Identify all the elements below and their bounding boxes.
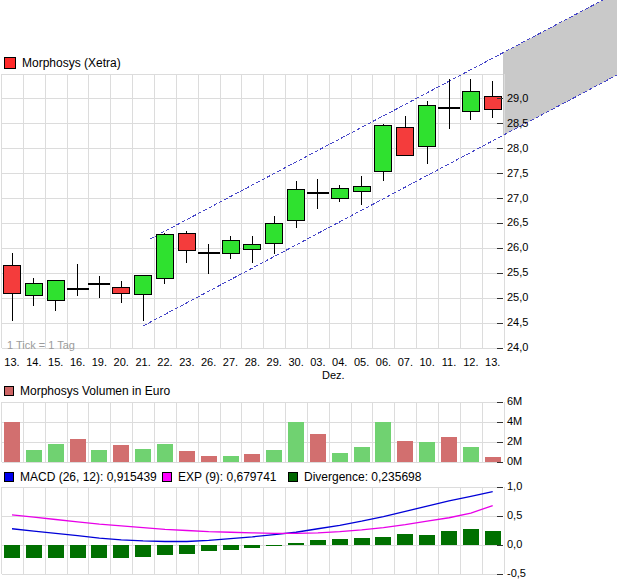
trend-channel-upper-line xyxy=(150,0,603,239)
price-axis-label: 25,5 xyxy=(507,266,528,278)
candle-body xyxy=(353,187,370,192)
volume-bar xyxy=(179,451,195,462)
doji-line xyxy=(88,283,110,285)
price-axis-label: 26,5 xyxy=(507,216,528,228)
forecast-band xyxy=(503,0,617,135)
volume-bar xyxy=(135,449,151,462)
volume-bar xyxy=(113,445,129,463)
divergence-bar xyxy=(26,545,42,558)
divergence-bar xyxy=(288,543,304,545)
candle-body xyxy=(288,190,305,221)
macd-axis-label: 0,5 xyxy=(507,509,522,521)
divergence-bar xyxy=(485,531,501,545)
price-axis-label: 26,0 xyxy=(507,241,528,253)
macd-line xyxy=(12,492,493,542)
volume-bar xyxy=(4,422,20,463)
price-axis-label: 25,0 xyxy=(507,291,528,303)
divergence-bar xyxy=(179,545,195,554)
candle-body xyxy=(331,189,348,199)
divergence-bar xyxy=(441,531,457,545)
doji-line xyxy=(198,252,220,254)
candle-body xyxy=(397,127,414,155)
divergence-legend-item: Divergence: 0,235698 xyxy=(288,470,421,484)
price-axis-label: 24,5 xyxy=(507,316,528,328)
price-axis-label: 27,0 xyxy=(507,192,528,204)
divergence-bar xyxy=(244,545,260,548)
exp-line xyxy=(12,506,493,534)
main-chart-legend: Morphosys (Xetra) xyxy=(4,56,121,70)
candle-body xyxy=(244,245,261,250)
divergence-bar xyxy=(266,545,282,546)
divergence-bar xyxy=(201,545,217,551)
macd-axis-label: 1,0 xyxy=(507,480,522,492)
divergence-bar xyxy=(419,535,435,545)
divergence-bar xyxy=(113,545,129,558)
volume-bar xyxy=(332,453,348,462)
divergence-bar xyxy=(135,545,151,557)
volume-chart-title: Morphosys Volumen in Euro xyxy=(20,384,170,398)
divergence-bar xyxy=(332,539,348,545)
divergence-bar xyxy=(157,545,173,555)
legend-square-icon xyxy=(4,57,16,69)
volume-bar xyxy=(48,444,64,462)
divergence-bar xyxy=(4,545,20,558)
divergence-bar xyxy=(91,545,107,558)
volume-bar xyxy=(70,439,86,463)
divergence-bar xyxy=(397,534,413,545)
price-axis-label: 28,0 xyxy=(507,142,528,154)
main-chart-title: Morphosys (Xetra) xyxy=(22,56,121,70)
volume-bar xyxy=(354,447,370,463)
candle-body xyxy=(266,223,283,243)
month-label: Dez. xyxy=(322,369,345,381)
volume-bar xyxy=(201,456,217,462)
divergence-bar xyxy=(375,537,391,545)
volume-bar xyxy=(91,450,107,462)
macd-legend-label: MACD (26, 12): 0,915439 xyxy=(20,470,157,484)
macd-axis-label: 0,0 xyxy=(507,538,522,550)
volume-bar xyxy=(397,441,413,462)
volume-axis-label: 6M xyxy=(507,395,522,407)
volume-axis-label: 4M xyxy=(507,415,522,427)
candle-body xyxy=(135,276,152,294)
doji-line xyxy=(438,107,460,109)
volume-axis-label: 0M xyxy=(507,455,522,467)
macd-axis-label: -0,5 xyxy=(507,567,526,579)
volume-bar xyxy=(244,454,260,463)
candle-body xyxy=(156,234,173,278)
price-axis-label: 27,5 xyxy=(507,167,528,179)
tick-interval-note: 1 Tick = 1 Tag xyxy=(7,339,75,351)
price-axis-label: 28,5 xyxy=(507,117,528,129)
date-axis-label: 13. xyxy=(478,356,508,368)
legend-square-icon xyxy=(162,472,172,482)
volume-bar xyxy=(441,437,457,463)
divergence-bar xyxy=(70,545,86,558)
volume-bar xyxy=(266,450,282,462)
legend-square-icon xyxy=(4,386,14,396)
volume-bar xyxy=(310,434,326,462)
volume-bar xyxy=(419,442,435,462)
candle-body xyxy=(113,287,130,293)
divergence-bar xyxy=(463,529,479,545)
volume-axis-label: 2M xyxy=(507,435,522,447)
volume-bar xyxy=(485,457,501,463)
legend-square-icon xyxy=(4,472,14,482)
exp-legend-item: EXP (9): 0,679741 xyxy=(162,470,277,484)
candle-body xyxy=(375,125,392,171)
legend-square-icon xyxy=(288,472,298,482)
candle-body xyxy=(462,92,479,111)
price-axis-label: 24,0 xyxy=(507,341,528,353)
trend-channel-lower-line xyxy=(143,75,617,326)
divergence-bar xyxy=(48,545,64,558)
candle-body xyxy=(419,105,436,146)
macd-legend-item: MACD (26, 12): 0,915439 xyxy=(4,470,157,484)
volume-bar xyxy=(288,422,304,462)
candle-body xyxy=(25,283,42,295)
candle-body xyxy=(47,281,64,301)
price-axis-label: 29,0 xyxy=(507,92,528,104)
doji-line xyxy=(67,288,89,290)
candle-body xyxy=(222,241,239,253)
volume-bar xyxy=(26,450,42,462)
divergence-bar xyxy=(354,538,370,545)
candle-body xyxy=(4,266,21,293)
volume-bar xyxy=(463,447,479,463)
